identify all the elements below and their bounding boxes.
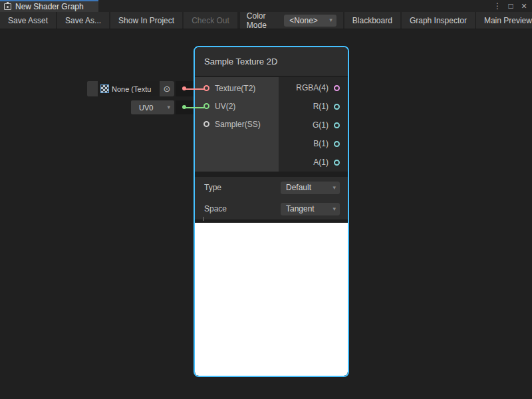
color-mode-dropdown[interactable]: <None> ▾ <box>284 15 336 27</box>
input-port-uv[interactable]: UV(2) <box>195 97 279 115</box>
node-preview[interactable] <box>195 223 348 376</box>
window-menu-icon[interactable]: ⋮ <box>492 1 503 11</box>
object-picker-button[interactable]: ⊙ <box>160 81 174 96</box>
type-dropdown[interactable]: Default ▾ <box>281 182 340 194</box>
tab-new-shader-graph[interactable]: New Shader Graph <box>0 0 98 12</box>
uv-channel-value: UV0 <box>139 104 167 112</box>
port-label: Sampler(SS) <box>215 120 261 129</box>
node-title: Sample Texture 2D <box>204 57 277 66</box>
color-mode-label: Color Mode <box>247 11 279 30</box>
port-label: UV(2) <box>215 102 235 111</box>
node-ports: Texture(T2) UV(2) Sampler(SS) RGBA(4) R(… <box>195 77 348 172</box>
texture-thumbnail-icon <box>100 84 109 93</box>
node-header[interactable]: Sample Texture 2D <box>195 47 348 77</box>
graph-canvas[interactable]: Sample Texture 2D Texture(T2) UV(2) Samp… <box>0 29 532 399</box>
color-mode-group: Color Mode <None> ▾ <box>240 12 344 29</box>
window-tab-bar: New Shader Graph ⋮ □ × <box>0 0 532 12</box>
uv-edge[interactable] <box>186 107 204 108</box>
close-icon[interactable]: × <box>519 1 529 11</box>
port-circle-icon[interactable] <box>203 121 209 127</box>
window-controls: ⋮ □ × <box>492 0 532 12</box>
chevron-down-icon: ▾ <box>332 185 336 191</box>
setting-label: Space <box>204 204 227 213</box>
graph-inspector-button[interactable]: Graph Inspector <box>402 12 476 29</box>
input-port-sampler[interactable]: Sampler(SS) <box>195 115 279 133</box>
main-preview-button[interactable]: Main Preview <box>476 12 532 29</box>
check-out-button: Check Out <box>184 12 239 29</box>
output-port-r[interactable]: R(1) <box>279 97 348 116</box>
chevron-down-icon: ▾ <box>332 206 336 212</box>
port-circle-icon[interactable] <box>334 85 340 91</box>
port-label: RGBA(4) <box>296 83 329 92</box>
texture-field-value: None (Textu <box>112 85 151 93</box>
texture-object-field[interactable]: None (Textu <box>98 81 160 96</box>
texture-object-field-row: None (Textu ⊙ <box>87 81 174 96</box>
save-as-button[interactable]: Save As... <box>57 12 110 29</box>
node-sample-texture-2d[interactable]: Sample Texture 2D Texture(T2) UV(2) Samp… <box>194 46 349 377</box>
chevron-down-icon: ▾ <box>167 104 170 110</box>
color-mode-value: <None> <box>289 16 329 25</box>
setting-label: Type <box>204 183 221 192</box>
save-asset-button[interactable]: Save Asset <box>0 12 57 29</box>
graph-toolbar: Save Asset Save As... Show In Project Ch… <box>0 12 532 29</box>
output-port-a[interactable]: A(1) <box>279 153 348 172</box>
port-circle-icon[interactable] <box>334 160 340 166</box>
port-label: Texture(T2) <box>215 84 255 93</box>
port-label: A(1) <box>313 158 329 167</box>
port-label: G(1) <box>313 120 329 130</box>
blackboard-button[interactable]: Blackboard <box>344 12 402 29</box>
output-ports-panel: RGBA(4) R(1) G(1) B(1) A(1) <box>279 77 348 172</box>
port-circle-icon[interactable] <box>203 85 209 91</box>
preview-divider <box>195 219 348 223</box>
space-value: Tangent <box>286 204 332 213</box>
object-field-lead <box>87 81 98 96</box>
node-divider <box>195 172 348 177</box>
preview-resize-handle[interactable] <box>203 217 204 221</box>
output-port-rgba[interactable]: RGBA(4) <box>279 78 348 97</box>
setting-row-type: Type Default ▾ <box>195 177 348 198</box>
tab-title: New Shader Graph <box>15 2 84 11</box>
port-label: B(1) <box>313 139 329 148</box>
setting-row-space: Space Tangent ▾ <box>195 198 348 219</box>
uv-channel-row: UV0 ▾ <box>131 100 174 114</box>
maximize-icon[interactable]: □ <box>505 1 516 11</box>
port-label: R(1) <box>313 102 329 111</box>
port-circle-icon[interactable] <box>334 104 340 110</box>
space-dropdown[interactable]: Tangent ▾ <box>281 203 340 215</box>
show-in-project-button[interactable]: Show In Project <box>110 12 184 29</box>
port-circle-icon[interactable] <box>203 103 209 109</box>
input-port-texture[interactable]: Texture(T2) <box>195 79 279 97</box>
output-port-b[interactable]: B(1) <box>279 134 348 153</box>
input-ports-panel: Texture(T2) UV(2) Sampler(SS) <box>195 77 279 172</box>
type-value: Default <box>286 183 332 192</box>
object-picker-icon: ⊙ <box>164 84 171 94</box>
output-port-g[interactable]: G(1) <box>279 116 348 134</box>
port-circle-icon[interactable] <box>334 141 340 147</box>
texture-edge[interactable] <box>186 88 204 90</box>
shader-graph-asset-icon <box>4 3 11 10</box>
node-settings: Type Default ▾ Space Tangent ▾ <box>195 177 348 219</box>
uv-channel-dropdown[interactable]: UV0 ▾ <box>131 100 174 114</box>
chevron-down-icon: ▾ <box>329 17 332 23</box>
port-circle-icon[interactable] <box>334 122 340 128</box>
